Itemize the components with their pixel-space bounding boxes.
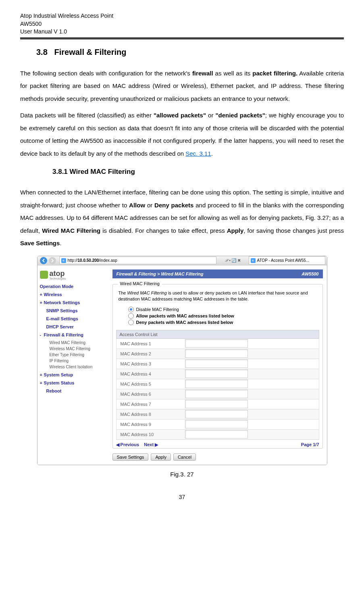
mac-label: MAC Address 1 [116,341,185,346]
url-prefix: http:// [68,258,78,263]
subsection-title: Wired MAC Filtering [70,168,135,175]
sidebar-item-system-status[interactable]: +System Status [40,380,108,385]
mac-row: MAC Address 4 [116,369,319,379]
sidebar-item-dhcp[interactable]: DHCP Server [46,324,108,329]
address-bar[interactable]: e http://10.0.50.200/index.asp [59,257,216,264]
mac-input[interactable] [185,359,248,368]
mac-input[interactable] [185,430,248,439]
mac-input[interactable] [185,370,248,378]
mac-input[interactable] [185,380,248,388]
mac-row: MAC Address 2 [116,349,319,359]
radio-group: Disable MAC Filtering Allow packets with… [128,307,319,325]
sidebar-item-firewall[interactable]: -Firewall & Filtering [40,332,108,337]
ie-icon: e [61,258,66,263]
apply-button[interactable]: Apply [151,453,171,461]
url-path: /index.asp [99,258,117,263]
breadcrumb-left: Firewall & Filtering > Wired MAC Filteri… [116,271,204,276]
logo-subtext: Technologies [50,277,66,280]
save-settings-button[interactable]: Save Settings [112,453,149,461]
mac-row: MAC Address 9 [116,420,319,430]
acl-header: Access Control List [116,330,319,339]
pager: ◀ Previous Next ▶ Page 1/7 [116,442,319,447]
sidebar-item-ip-filtering[interactable]: IP Filtering [50,359,108,363]
header-line-1: Atop Industrial Wireless Access Point [20,12,344,20]
pager-prev[interactable]: ◀ Previous [116,442,139,447]
mac-input[interactable] [185,339,248,348]
radio-disable[interactable]: Disable MAC Filtering [128,307,319,312]
filtering-panel: Wired MAC Filtering The Wired MAC Filter… [112,284,323,449]
radio-deny[interactable]: Deny packets with MAC adresses listed be… [128,319,319,325]
mac-label: MAC Address 8 [116,412,185,417]
radio-icon [128,319,134,325]
radio-label: Allow packets with MAC adresses listed b… [136,313,234,318]
url-host: 10.0.50.200 [78,258,99,263]
browser-titlebar: e http://10.0.50.200/index.asp 𝒫 ▾ 🔄 ✖ e… [37,256,327,265]
mac-input[interactable] [185,410,248,418]
paragraph-3: When connected to the LAN/Ethernet inter… [20,186,344,250]
section-title: Firewall & Filtering [54,48,126,56]
logo-icon [40,271,48,279]
logo: atop Technologies [40,269,108,280]
sidebar-item-client-isolation[interactable]: Wireless Client Isolation [50,365,108,369]
section-link[interactable]: Sec. 3.11 [185,150,211,157]
mac-label: MAC Address 4 [116,372,185,376]
sidebar-item-network-settings[interactable]: +Network Settings [40,300,108,305]
header-rule [20,38,344,40]
sidebar-item-reboot[interactable]: Reboot [46,388,108,393]
logo-text: atop [50,269,66,278]
radio-label: Disable MAC Filtering [136,307,179,312]
tab-favicon-icon: e [251,258,256,263]
mac-label: MAC Address 10 [116,432,185,437]
url-actions[interactable]: 𝒫 ▾ 🔄 ✖ [219,258,247,263]
mac-input[interactable] [185,400,248,408]
button-row: Save Settings Apply Cancel [112,453,323,461]
mac-input[interactable] [185,349,248,358]
radio-allow[interactable]: Allow packets with MAC adresses listed b… [128,313,319,319]
mac-row: MAC Address 1 [116,339,319,349]
pager-page: Page 1/7 [301,442,319,447]
tab-label: ATOP - Access Point AW55... [257,258,310,263]
sidebar-item-system-setup[interactable]: +System Setup [40,372,108,377]
forward-button[interactable] [49,257,56,264]
mac-label: MAC Address 3 [116,361,185,366]
header-line-2: AW5500 [20,20,344,28]
radio-icon [128,307,134,312]
mac-row: MAC Address 10 [116,430,319,440]
page-number: 37 [20,494,344,500]
doc-header: Atop Industrial Wireless Access Point AW… [20,12,344,36]
cancel-button[interactable]: Cancel [173,453,196,461]
back-button[interactable] [40,257,47,264]
mac-input[interactable] [185,390,248,398]
sidebar-item-operation-mode[interactable]: Operation Mode [40,284,108,289]
browser-tab[interactable]: e ATOP - Access Point AW55... [249,256,325,265]
breadcrumb-right: AW5500 [302,271,318,276]
subsection-number: 3.8.1 [52,168,68,175]
subsection-heading: 3.8.1 Wired MAC Filtering [52,168,344,176]
section-number: 3.8 [36,48,48,56]
mac-label: MAC Address 6 [116,392,185,397]
breadcrumb-bar: Firewall & Filtering > Wired MAC Filteri… [112,269,323,278]
mac-row: MAC Address 6 [116,389,319,399]
pager-next[interactable]: Next ▶ [144,442,158,447]
figure-screenshot: e http://10.0.50.200/index.asp 𝒫 ▾ 🔄 ✖ e… [37,256,327,478]
paragraph-2: Data packets will be filtered (classifie… [20,109,344,160]
panel-legend: Wired MAC Filtering [118,281,162,286]
sidebar-item-ether-type[interactable]: Ether Type Filtering [50,353,108,357]
mac-input[interactable] [185,420,248,428]
header-line-3: User Manual V 1.0 [20,28,344,36]
figure-caption: Fig.3. 27 [37,471,327,478]
panel-description: The Wired MAC Filtering is used to allow… [119,290,319,303]
mac-row: MAC Address 7 [116,399,319,409]
mac-row: MAC Address 8 [116,409,319,420]
sidebar-item-wired-mac[interactable]: Wired MAC Filtering [50,340,108,345]
sidebar-item-email[interactable]: E-mail Settings [46,316,108,321]
sidebar-item-wireless-mac[interactable]: Wireless MAC Filtering [50,347,108,351]
section-heading: 3.8 Firewall & Filtering [36,48,344,57]
forward-arrow-icon [50,259,54,263]
back-arrow-icon [42,259,46,263]
sidebar-item-snmp[interactable]: SNMP Settings [46,308,108,313]
sidebar-item-wireless[interactable]: +Wireless [40,292,108,297]
radio-icon [128,313,134,319]
mac-label: MAC Address 7 [116,402,185,407]
paragraph-1: The following section deals with configu… [20,67,344,105]
